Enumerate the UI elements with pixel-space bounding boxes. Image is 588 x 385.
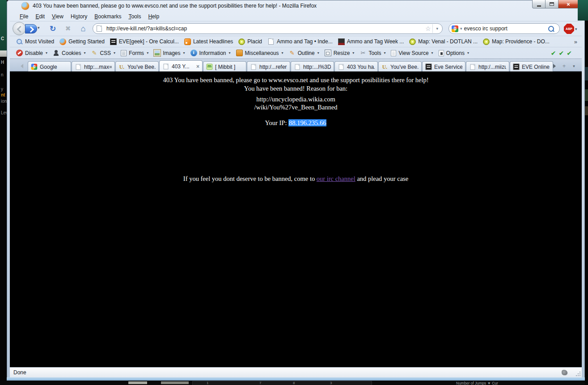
bookmark-most-visited[interactable]: Most Visited	[13, 38, 57, 46]
tab-scroll-left-button[interactable]	[18, 61, 25, 71]
bookmark-latest-headlines[interactable]: Latest Headlines	[182, 38, 236, 46]
pencil-icon: ✎	[91, 50, 97, 56]
bookmark-ammo-and-tag-week[interactable]: Ammo and Tag Week ...	[335, 38, 407, 46]
background-window-right-strip	[585, 0, 588, 385]
background-number: 8	[293, 381, 295, 385]
bookmark-getting-started[interactable]: Getting Started	[57, 38, 107, 46]
tab-close-icon[interactable]: ×	[196, 64, 199, 69]
search-magnifier-icon[interactable]	[548, 26, 554, 32]
tab-label: Eve Service...	[434, 64, 462, 70]
desktop-corner	[578, 0, 588, 21]
menu-file[interactable]: File	[16, 13, 32, 21]
minimize-button[interactable]	[532, 0, 546, 8]
webdev-view-source[interactable]: View Source▾	[388, 49, 436, 57]
bookmark-placid[interactable]: Placid	[236, 38, 265, 46]
close-button[interactable]: ×	[558, 0, 579, 8]
tab-403-you-ha[interactable]: 403 You ha...	[334, 61, 378, 72]
url-dropdown-icon[interactable]: ▾	[432, 24, 438, 33]
tab-scroll-right-button[interactable]	[550, 61, 558, 71]
bookmarks-overflow-chevron[interactable]: »	[574, 38, 577, 45]
menu-history[interactable]: History	[67, 13, 91, 21]
web-developer-toolbar: Disable▾Cookies▾✎CSS▾Forms▾Images▾Inform…	[10, 47, 582, 59]
background-text-fragment: n	[1, 73, 4, 77]
webdev-css[interactable]: ✎CSS▾	[88, 49, 118, 57]
dropdown-icon: ▾	[467, 51, 469, 55]
background-text-fragment: C	[1, 37, 4, 41]
menu-edit[interactable]: Edit	[32, 13, 48, 21]
webdev-tools[interactable]: ✂Tools▾	[357, 49, 388, 57]
tab-mibbit[interactable]: [ Mibbit ]	[203, 61, 246, 72]
firefox-icon	[59, 38, 66, 45]
dropdown-icon: ▾	[114, 51, 115, 55]
tab-http-i-3d[interactable]: http:...I%3D	[291, 61, 334, 72]
tab-label: 403 You ha...	[347, 64, 375, 70]
appeal-prefix: If you feel you dont deserve to be banne…	[183, 175, 317, 182]
tab-you-ve-bee[interactable]: You've Bee...	[378, 61, 422, 72]
background-number: 7	[259, 381, 261, 385]
search-input[interactable]: evesco irc support	[464, 25, 548, 32]
webdev-outline[interactable]: ✎Outline▾	[286, 49, 322, 57]
webdev-label: Options	[446, 50, 465, 56]
maximize-icon	[550, 2, 554, 6]
maximize-button[interactable]	[546, 0, 558, 8]
history-dropdown[interactable]: ▾	[38, 25, 40, 30]
background-number: 3	[330, 381, 332, 385]
tab-http-max[interactable]: http:...max=	[72, 61, 115, 72]
tab-eve-online[interactable]: EVE Online...	[510, 61, 553, 72]
url-input[interactable]: http://eve-kill.net/?a=kills&scl=cap	[106, 25, 425, 32]
tab-label: http:/...miizu	[478, 64, 506, 70]
bookmark-map-venal-dotlan[interactable]: Map: Venal - DOTLAN ...	[406, 38, 480, 46]
background-text-fragment: nt	[1, 93, 5, 97]
webdev-information[interactable]: Information▾	[188, 49, 233, 57]
bookmark-star-icon[interactable]: ☆	[425, 25, 431, 32]
adblock-plus-icon[interactable]: ABP	[564, 24, 574, 34]
resize-grip[interactable]	[575, 371, 580, 376]
search-engine-dropdown[interactable]: ▾	[460, 26, 462, 31]
stop-button[interactable]: ✖	[63, 23, 73, 34]
webdev-forms[interactable]: Forms▾	[118, 49, 151, 57]
google-icon	[31, 64, 38, 70]
tab-http-miizu[interactable]: http:/...miizu	[466, 61, 509, 72]
page-icon	[76, 64, 81, 70]
webdev-cookies[interactable]: Cookies▾	[50, 49, 88, 57]
list-all-tabs-button[interactable]: ▾	[570, 61, 578, 71]
tab-google[interactable]: Google	[28, 61, 71, 72]
webdev-images[interactable]: Images▾	[151, 49, 187, 57]
webdev-miscellaneous[interactable]: Miscellaneous▾	[233, 49, 286, 57]
back-button[interactable]	[13, 22, 26, 35]
bookmark-eve-geek-ore-calcul[interactable]: EVE[geek] - Ore Calcul...	[107, 38, 182, 46]
tab-eve-service[interactable]: Eve Service...	[422, 61, 465, 72]
webdev-disable[interactable]: Disable▾	[13, 49, 50, 57]
google-search-icon[interactable]	[452, 25, 458, 32]
irc-channel-link[interactable]: our irc channel	[317, 175, 355, 182]
tab-403-y[interactable]: 403 Y...×	[159, 60, 203, 72]
tab-http-refer[interactable]: http:/...refer	[247, 61, 290, 72]
ip-value-selected: 88.196.235.66	[288, 119, 326, 126]
bookmark-ammo-and-tag-inde[interactable]: Ammo and Tag • Inde...	[265, 38, 335, 46]
dropdown-icon: ▾	[282, 51, 283, 55]
ban-reason-url-line2: /wiki/You%27ve_Been_Banned	[10, 103, 582, 111]
url-bar[interactable]: http://eve-kill.net/?a=kills&scl=cap ☆ ▾	[93, 23, 443, 34]
reload-button[interactable]: ↻	[47, 23, 58, 34]
menu-view[interactable]: View	[48, 13, 67, 21]
background-number: 1	[207, 381, 208, 385]
window-bottom-border	[7, 377, 585, 381]
menu-tools[interactable]: Tools	[125, 13, 144, 21]
bookmark-map-providence-do[interactable]: Map: Providence - DO...	[480, 38, 552, 46]
tab-you-ve-bee[interactable]: You've Bee...	[115, 61, 159, 72]
statusbar-addon-icon[interactable]	[562, 370, 567, 375]
new-tab-button[interactable]: +	[560, 61, 568, 71]
webdev-options[interactable]: Options▾	[436, 49, 472, 57]
page-icon	[164, 63, 169, 69]
adblock-dropdown[interactable]: ▾	[575, 27, 577, 31]
bookmarks-toolbar: Most VisitedGetting StartedEVE[geek] - O…	[10, 36, 582, 47]
home-button[interactable]: ⌂	[78, 23, 89, 34]
search-box[interactable]: ▾ evesco irc support	[448, 23, 560, 34]
webdev-label: Forms	[129, 50, 144, 56]
ban-reason-url-line1: http://uncyclopedia.wikia.com	[10, 95, 582, 103]
tab-strip: Googlehttp:...max=You've Bee...403 Y...×…	[28, 59, 554, 72]
menu-help[interactable]: Help	[144, 13, 163, 21]
forward-button[interactable]	[25, 24, 37, 33]
webdev-resize[interactable]: Resize▾	[322, 49, 357, 57]
menu-bookmarks[interactable]: Bookmarks	[91, 13, 125, 21]
